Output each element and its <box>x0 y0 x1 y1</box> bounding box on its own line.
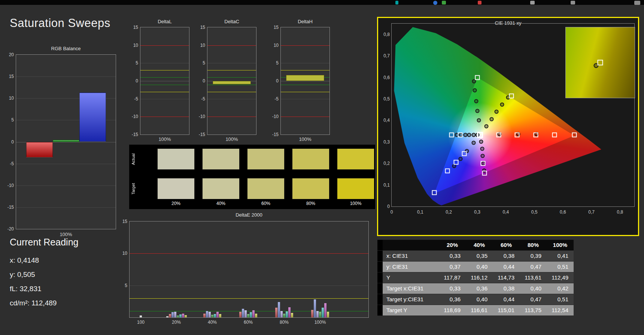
delta-e-bar <box>179 314 182 317</box>
table-row-label: Target x:CIE31 <box>383 283 439 294</box>
cie-x-tick-label: 0,5 <box>531 209 538 215</box>
y-tick-label: 5 <box>276 60 279 66</box>
target-swatch <box>247 178 285 199</box>
delta-e-bar <box>185 315 187 317</box>
cie-measurement-point <box>473 88 477 92</box>
delta-e-bar <box>211 315 213 317</box>
red-bar <box>26 142 53 158</box>
gridline <box>281 63 329 63</box>
delta-e-bar <box>316 311 319 317</box>
table-row-edge <box>377 272 383 283</box>
reading-line: cd/m²: 112,489 <box>10 296 57 310</box>
table-value-cell: 0,40 <box>466 294 493 305</box>
actual-swatch <box>337 148 374 170</box>
table-row: y: CIE310,370,400,440,470,51 <box>377 262 574 272</box>
help-icon[interactable] <box>433 1 437 5</box>
gridline <box>16 164 116 164</box>
app-icon[interactable] <box>634 1 640 5</box>
cie-measurement-point <box>471 141 476 145</box>
table-value-cell: 112,49 <box>547 272 574 283</box>
x-tick-label: 60% <box>244 320 253 325</box>
swatch-col-label: 100% <box>350 201 362 206</box>
cie-target-marker <box>475 75 480 80</box>
table-header-row: 20%40%60%80%100% <box>377 240 574 251</box>
table-row: Y117,87116,12114,73113,61112,49 <box>377 272 574 283</box>
table-row-edge <box>377 283 383 294</box>
panel-icon[interactable] <box>571 1 575 4</box>
cie-y-tick-label: 0,2 <box>383 161 390 166</box>
y-tick-label: -15 <box>7 205 14 210</box>
green-limit-line <box>140 77 189 78</box>
cie-x-tick-label: 0,2 <box>446 209 452 215</box>
table-row-label: Target Y <box>383 305 439 316</box>
y-tick-label: 0 <box>11 139 14 145</box>
target-swatch <box>157 178 195 199</box>
table-value-cell: 0,33 <box>439 251 466 261</box>
y-tick-label: 5 <box>125 283 127 288</box>
swatch-col-label: 40% <box>216 201 225 206</box>
cie-y-tick-label: 0 <box>387 204 390 209</box>
delta-e-bar <box>242 309 244 317</box>
cie-x-tick-label: 0,4 <box>503 209 509 215</box>
actual-swatch <box>202 148 240 170</box>
table-value-cell: 0,47 <box>520 262 547 272</box>
cie-measurement-point <box>494 110 498 114</box>
swatch-col-label: 20% <box>171 201 180 206</box>
yellow-limit-line <box>207 70 256 70</box>
record-icon[interactable] <box>478 1 482 4</box>
table-value-cell: 0,33 <box>439 283 466 294</box>
delta_c-bar <box>213 81 251 84</box>
cie-target-marker <box>458 133 462 138</box>
cie-target-marker <box>445 169 450 173</box>
cie-x-tick-label: 0,6 <box>560 209 566 215</box>
y-tick-label: 0 <box>203 78 205 84</box>
y-tick-label: 0 <box>276 78 279 84</box>
cie-target-marker <box>515 132 520 137</box>
table-row: Target x:CIE310,330,360,380,400,42 <box>377 283 574 294</box>
cie-target-marker <box>480 161 485 166</box>
window-icon[interactable] <box>530 1 535 4</box>
delta-e-bar <box>327 312 329 317</box>
y-tick-label: -15 <box>199 132 205 137</box>
table-value-cell: 113,61 <box>520 272 547 283</box>
cie-y-tick-label: 0,7 <box>383 53 390 58</box>
table-value-cell: 116,12 <box>466 272 493 283</box>
delta-e-bar <box>288 307 291 317</box>
table-value-cell: 117,87 <box>439 272 466 283</box>
red-limit-line <box>140 45 189 46</box>
green-limit-line <box>140 85 189 85</box>
rgb-balance-title: RGB Balance <box>16 46 116 51</box>
red-limit-line <box>281 45 329 46</box>
cie-measurement-point <box>484 124 489 129</box>
rgb-balance-x-label: 100% <box>16 232 116 237</box>
red-limit-line <box>281 117 329 117</box>
swatch-row-label: Actual <box>131 148 136 170</box>
y-tick-label: -5 <box>134 96 138 102</box>
table-header-cell: 40% <box>466 240 493 250</box>
table-value-cell: 115,01 <box>493 305 520 316</box>
delta-h-title: DeltaH <box>280 19 330 24</box>
cie-target-marker <box>552 132 557 137</box>
table-row: Target Y118,69116,61115,01113,75112,54 <box>377 305 574 316</box>
y-tick-label: 0 <box>136 78 138 84</box>
y-tick-label: 10 <box>274 43 279 48</box>
delta-l-title: DeltaL <box>140 19 189 24</box>
delta-h-chart: -15-10-5051015 <box>280 27 330 135</box>
table-row-label: y: CIE31 <box>383 262 439 272</box>
cie-measurement-point <box>458 157 462 161</box>
inset-target-marker <box>598 60 603 66</box>
gridline <box>281 99 329 99</box>
cie-x-tick-label: 0,7 <box>588 209 595 215</box>
delta-e-bar <box>219 314 221 317</box>
delta-e-bar <box>182 314 184 317</box>
cie-measurement-point <box>463 133 467 137</box>
target-swatch <box>292 178 329 199</box>
delta-e-bar <box>283 314 285 317</box>
table-row-label: Y <box>383 272 439 283</box>
analysis-icon[interactable] <box>395 1 398 4</box>
table-header-cell: 20% <box>439 240 466 250</box>
layout-icon[interactable] <box>442 1 446 4</box>
table-row-label: Target y:CIE31 <box>383 294 439 305</box>
reading-line: y: 0,505 <box>10 268 57 282</box>
delta-e-bar <box>322 308 324 317</box>
